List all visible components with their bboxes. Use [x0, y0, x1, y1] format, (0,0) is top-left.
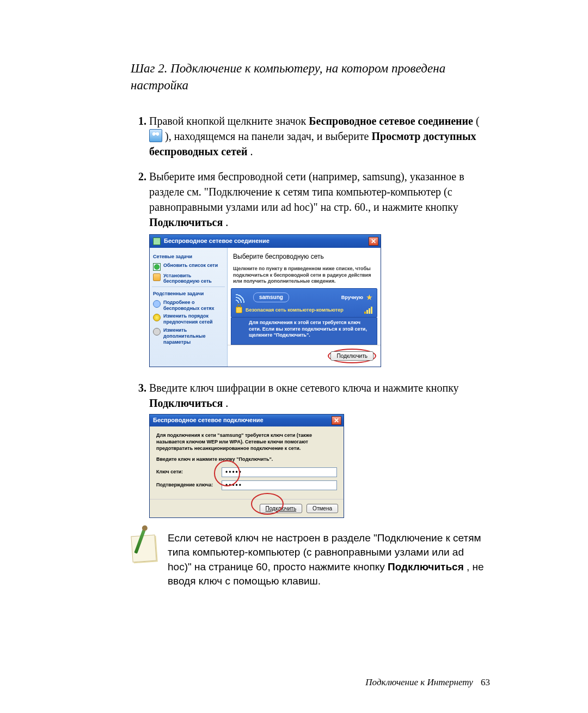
- network-list-panel: Выберите беспроводную сеть Щелкните по п…: [228, 248, 381, 367]
- text: .: [225, 397, 228, 409]
- panel-title: Выберите беспроводную сеть: [233, 252, 375, 261]
- pencil-note-icon: [131, 531, 156, 562]
- wifi-icon: [236, 292, 249, 303]
- network-security: Безопасная сеть компьютер-компьютер: [246, 307, 344, 314]
- wireless-icon: [153, 237, 161, 245]
- refresh-icon: [153, 263, 161, 271]
- steps-list: Правой кнопкой щелкните значок Беспровод…: [131, 113, 490, 517]
- star-icon: [153, 314, 161, 321]
- sidebar-item-label: Подробнее о беспроводных сетях: [163, 300, 224, 312]
- cancel-button[interactable]: Отмена: [307, 504, 338, 513]
- network-mode: Вручную: [341, 294, 363, 301]
- bold: Беспроводное сетевое соединение: [309, 115, 473, 127]
- sidebar-item-order[interactable]: Изменить порядок предпочтения сетей: [153, 313, 224, 325]
- step-3: Введите ключ шифрации в окне сетевого кл…: [149, 380, 490, 518]
- highlight-circle: Подключить: [328, 349, 376, 363]
- text: (: [476, 115, 480, 127]
- step-2: Выберите имя беспроводной сети (например…: [149, 169, 490, 367]
- dialog-title: Беспроводное сетевое соединение: [164, 237, 270, 245]
- note-text: Если сетевой ключ не настроен в разделе …: [168, 531, 490, 589]
- sidebar-item-label: Обновить список сети: [163, 263, 218, 269]
- bold: Подключиться: [388, 561, 464, 572]
- sidebar-item-label: Изменить порядок предпочтения сетей: [163, 313, 224, 325]
- sidebar-item-refresh[interactable]: Обновить список сети: [153, 263, 224, 271]
- panel-heading: Выберите беспроводную сеть: [228, 248, 381, 264]
- connect-button[interactable]: Подключить: [260, 504, 303, 513]
- step-1: Правой кнопкой щелкните значок Беспровод…: [149, 113, 490, 159]
- text: Введите ключ шифрации в окне сетевого кл…: [149, 382, 459, 394]
- key-row: Ключ сети:: [156, 467, 337, 477]
- sidebar-item-setup[interactable]: Установить беспроводную сеть: [153, 273, 224, 285]
- dialog-titlebar: Беспроводное сетевое подключение ✕: [150, 415, 344, 426]
- network-key-dialog: Беспроводное сетевое подключение ✕ Для п…: [149, 414, 344, 518]
- note-block: Если сетевой ключ не настроен в разделе …: [131, 531, 490, 589]
- network-key-note: Для подключения к этой сети требуется кл…: [231, 318, 377, 345]
- lock-icon: [236, 307, 242, 313]
- info-icon: [153, 300, 161, 308]
- text: Правой кнопкой щелкните значок: [149, 115, 309, 127]
- network-ssid: samsung: [253, 292, 289, 302]
- wireless-tray-icon: [149, 129, 162, 142]
- bold: Подключиться: [149, 216, 223, 228]
- dialog-footer: Подключить: [228, 345, 381, 367]
- bold: Подключиться: [149, 397, 223, 409]
- dialog-title: Беспроводное сетевое подключение: [153, 416, 264, 424]
- close-button[interactable]: ✕: [369, 237, 378, 246]
- network-entry[interactable]: samsung Вручную ★ Безопасная сеть компью…: [231, 288, 377, 318]
- network-key-input[interactable]: [222, 467, 337, 477]
- dialog-text: Для подключения к сети "samsung" требует…: [156, 432, 337, 452]
- divider: [152, 287, 225, 287]
- favorite-star-icon: ★: [366, 293, 372, 302]
- step-heading: Шаг 2. Подключение к компьютеру, на кото…: [131, 60, 490, 94]
- text: .: [225, 216, 228, 228]
- confirm-key-input[interactable]: [222, 480, 337, 490]
- dialog-text: Введите ключ и нажмите кнопку "Подключит…: [156, 456, 337, 462]
- text: .: [250, 145, 253, 157]
- sidebar-item-learn[interactable]: Подробнее о беспроводных сетях: [153, 300, 224, 312]
- dialog-titlebar: Беспроводное сетевое соединение ✕: [150, 235, 381, 248]
- wizard-icon: [153, 273, 161, 281]
- confirm-label: Подтверждение ключа:: [156, 482, 218, 489]
- footer-text: Подключение к Интернету: [365, 677, 473, 687]
- sidebar-item-label: Установить беспроводную сеть: [163, 273, 224, 285]
- dialog-body: Для подключения к сети "samsung" требует…: [150, 426, 344, 499]
- sidebar-item-label: Изменить дополнительные параметры: [163, 327, 224, 345]
- gear-icon: [153, 328, 161, 336]
- task-sidebar: Сетевые задачи Обновить список сети Уста…: [150, 248, 228, 367]
- signal-bars-icon: [364, 306, 372, 314]
- close-button[interactable]: ✕: [332, 416, 341, 425]
- sidebar-group-title: Родственные задачи: [153, 290, 224, 297]
- page: Шаг 2. Подключение к компьютеру, на кото…: [0, 0, 588, 713]
- page-footer: Подключение к Интернету 63: [365, 677, 490, 688]
- text: Выберите имя беспроводной сети (например…: [149, 170, 464, 213]
- panel-subtitle: Щелкните по пункту в приведенном ниже сп…: [228, 264, 381, 288]
- page-number: 63: [481, 677, 490, 687]
- confirm-row: Подтверждение ключа:: [156, 480, 337, 490]
- sidebar-group-title: Сетевые задачи: [153, 253, 224, 260]
- wireless-networks-dialog: Беспроводное сетевое соединение ✕ Сетевы…: [149, 234, 381, 367]
- key-label: Ключ сети:: [156, 468, 218, 476]
- connect-button[interactable]: Подключить: [330, 351, 373, 361]
- text: ), находящемся на панели задач, и выбери…: [165, 130, 372, 142]
- sidebar-item-advanced[interactable]: Изменить дополнительные параметры: [153, 327, 224, 345]
- dialog-footer: Подключить Отмена: [150, 499, 344, 517]
